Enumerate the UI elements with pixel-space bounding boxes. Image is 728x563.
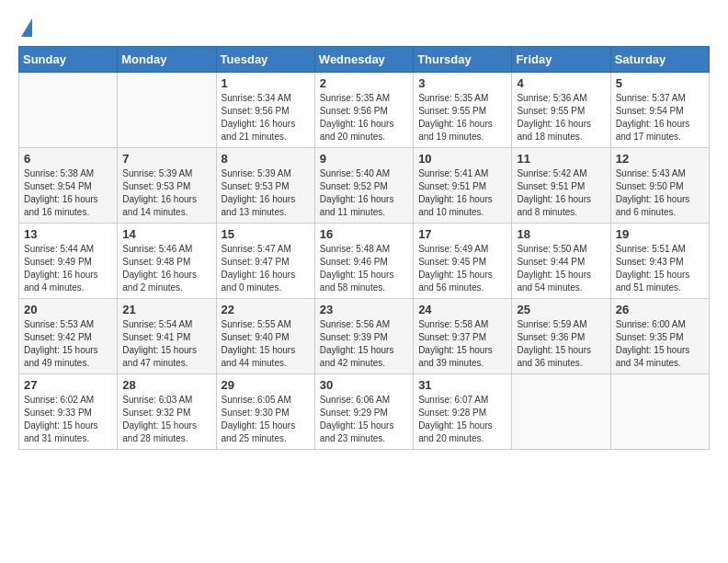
day-info: Sunrise: 5:51 AMSunset: 9:43 PMDaylight:… — [616, 243, 704, 294]
calendar-day-cell: 19Sunrise: 5:51 AMSunset: 9:43 PMDayligh… — [610, 224, 709, 299]
calendar-day-cell: 22Sunrise: 5:55 AMSunset: 9:40 PMDayligh… — [216, 299, 314, 374]
calendar-day-cell: 18Sunrise: 5:50 AMSunset: 9:44 PMDayligh… — [512, 224, 610, 299]
day-info: Sunrise: 5:59 AMSunset: 9:36 PMDaylight:… — [517, 318, 605, 370]
calendar-day-cell: 24Sunrise: 5:58 AMSunset: 9:37 PMDayligh… — [414, 299, 512, 374]
day-number: 14 — [122, 227, 210, 241]
day-number: 3 — [418, 76, 506, 90]
calendar-day-cell: 6Sunrise: 5:38 AMSunset: 9:54 PMDaylight… — [19, 148, 118, 224]
day-info: Sunrise: 5:39 AMSunset: 9:53 PMDaylight:… — [122, 167, 210, 219]
calendar-day-cell: 3Sunrise: 5:35 AMSunset: 9:55 PMDaylight… — [414, 73, 512, 148]
day-info: Sunrise: 5:37 AMSunset: 9:54 PMDaylight:… — [616, 92, 704, 144]
calendar-day-cell — [118, 73, 216, 148]
logo-triangle-icon — [21, 18, 32, 37]
day-info: Sunrise: 6:07 AMSunset: 9:28 PMDaylight:… — [418, 394, 506, 445]
day-number: 21 — [122, 303, 210, 316]
day-number: 19 — [616, 227, 704, 241]
day-info: Sunrise: 5:41 AMSunset: 9:51 PMDaylight:… — [418, 167, 506, 219]
day-number: 25 — [517, 303, 605, 316]
calendar-week-row: 13Sunrise: 5:44 AMSunset: 9:49 PMDayligh… — [19, 224, 710, 299]
calendar-day-cell: 2Sunrise: 5:35 AMSunset: 9:56 PMDaylight… — [314, 73, 413, 148]
day-number: 28 — [122, 378, 210, 392]
calendar-day-cell — [19, 73, 118, 148]
calendar-day-cell: 11Sunrise: 5:42 AMSunset: 9:51 PMDayligh… — [512, 148, 610, 224]
calendar-day-cell: 9Sunrise: 5:40 AMSunset: 9:52 PMDaylight… — [314, 148, 413, 224]
weekday-header-monday: Monday — [118, 47, 216, 73]
day-info: Sunrise: 5:47 AMSunset: 9:47 PMDaylight:… — [222, 243, 310, 294]
day-info: Sunrise: 5:44 AMSunset: 9:49 PMDaylight:… — [24, 243, 112, 294]
day-number: 7 — [122, 152, 210, 166]
calendar-day-cell: 28Sunrise: 6:03 AMSunset: 9:32 PMDayligh… — [118, 374, 216, 450]
day-number: 6 — [24, 152, 112, 166]
day-number: 13 — [24, 227, 112, 241]
day-info: Sunrise: 5:53 AMSunset: 9:42 PMDaylight:… — [24, 318, 112, 370]
calendar-day-cell: 21Sunrise: 5:54 AMSunset: 9:41 PMDayligh… — [118, 299, 216, 374]
calendar-week-row: 27Sunrise: 6:02 AMSunset: 9:33 PMDayligh… — [19, 374, 710, 450]
weekday-header-friday: Friday — [512, 47, 610, 73]
day-number: 8 — [222, 152, 310, 166]
calendar-day-cell: 23Sunrise: 5:56 AMSunset: 9:39 PMDayligh… — [314, 299, 413, 374]
calendar-day-cell: 4Sunrise: 5:36 AMSunset: 9:55 PMDaylight… — [512, 73, 610, 148]
weekday-header-saturday: Saturday — [610, 47, 709, 73]
day-info: Sunrise: 6:03 AMSunset: 9:32 PMDaylight:… — [122, 394, 210, 445]
weekday-header-sunday: Sunday — [19, 47, 118, 73]
calendar-table: SundayMondayTuesdayWednesdayThursdayFrid… — [18, 46, 710, 450]
calendar-day-cell: 30Sunrise: 6:06 AMSunset: 9:29 PMDayligh… — [314, 374, 413, 450]
day-number: 10 — [418, 152, 506, 166]
day-info: Sunrise: 5:40 AMSunset: 9:52 PMDaylight:… — [320, 167, 408, 219]
day-number: 29 — [222, 378, 310, 392]
calendar-day-cell: 29Sunrise: 6:05 AMSunset: 9:30 PMDayligh… — [216, 374, 314, 450]
day-info: Sunrise: 6:05 AMSunset: 9:30 PMDaylight:… — [222, 394, 310, 445]
calendar-day-cell: 7Sunrise: 5:39 AMSunset: 9:53 PMDaylight… — [118, 148, 216, 224]
day-number: 2 — [320, 76, 408, 90]
day-info: Sunrise: 5:55 AMSunset: 9:40 PMDaylight:… — [222, 318, 310, 370]
day-number: 9 — [320, 152, 408, 166]
calendar-day-cell: 17Sunrise: 5:49 AMSunset: 9:45 PMDayligh… — [414, 224, 512, 299]
calendar-day-cell: 25Sunrise: 5:59 AMSunset: 9:36 PMDayligh… — [512, 299, 610, 374]
day-info: Sunrise: 5:42 AMSunset: 9:51 PMDaylight:… — [517, 167, 605, 219]
day-number: 23 — [320, 303, 408, 316]
day-number: 11 — [517, 152, 605, 166]
calendar-week-row: 1Sunrise: 5:34 AMSunset: 9:56 PMDaylight… — [19, 73, 710, 148]
day-number: 18 — [517, 227, 605, 241]
day-info: Sunrise: 5:58 AMSunset: 9:37 PMDaylight:… — [418, 318, 506, 370]
calendar-day-cell: 15Sunrise: 5:47 AMSunset: 9:47 PMDayligh… — [216, 224, 314, 299]
calendar-day-cell: 8Sunrise: 5:39 AMSunset: 9:53 PMDaylight… — [216, 148, 314, 224]
day-number: 4 — [517, 76, 605, 90]
day-info: Sunrise: 5:35 AMSunset: 9:55 PMDaylight:… — [418, 92, 506, 144]
calendar-day-cell: 26Sunrise: 6:00 AMSunset: 9:35 PMDayligh… — [610, 299, 709, 374]
weekday-header-row: SundayMondayTuesdayWednesdayThursdayFrid… — [19, 47, 710, 73]
day-info: Sunrise: 5:49 AMSunset: 9:45 PMDaylight:… — [418, 243, 506, 294]
weekday-header-tuesday: Tuesday — [216, 47, 314, 73]
day-number: 30 — [320, 378, 408, 392]
calendar-week-row: 6Sunrise: 5:38 AMSunset: 9:54 PMDaylight… — [19, 148, 710, 224]
day-number: 5 — [616, 76, 704, 90]
weekday-header-thursday: Thursday — [414, 47, 512, 73]
day-number: 1 — [222, 76, 310, 90]
calendar-day-cell: 12Sunrise: 5:43 AMSunset: 9:50 PMDayligh… — [610, 148, 709, 224]
calendar-day-cell: 10Sunrise: 5:41 AMSunset: 9:51 PMDayligh… — [414, 148, 512, 224]
day-number: 17 — [418, 227, 506, 241]
calendar-day-cell: 27Sunrise: 6:02 AMSunset: 9:33 PMDayligh… — [19, 374, 118, 450]
day-number: 20 — [24, 303, 112, 316]
day-info: Sunrise: 5:46 AMSunset: 9:48 PMDaylight:… — [122, 243, 210, 294]
day-number: 24 — [418, 303, 506, 316]
calendar-day-cell: 1Sunrise: 5:34 AMSunset: 9:56 PMDaylight… — [216, 73, 314, 148]
day-info: Sunrise: 6:00 AMSunset: 9:35 PMDaylight:… — [616, 318, 704, 370]
day-number: 22 — [222, 303, 310, 316]
day-info: Sunrise: 5:48 AMSunset: 9:46 PMDaylight:… — [320, 243, 408, 294]
calendar-week-row: 20Sunrise: 5:53 AMSunset: 9:42 PMDayligh… — [19, 299, 710, 374]
day-info: Sunrise: 6:02 AMSunset: 9:33 PMDaylight:… — [24, 394, 112, 445]
calendar-day-cell — [610, 374, 709, 450]
calendar-day-cell: 14Sunrise: 5:46 AMSunset: 9:48 PMDayligh… — [118, 224, 216, 299]
day-number: 16 — [320, 227, 408, 241]
calendar-day-cell: 5Sunrise: 5:37 AMSunset: 9:54 PMDaylight… — [610, 73, 709, 148]
calendar-day-cell: 13Sunrise: 5:44 AMSunset: 9:49 PMDayligh… — [19, 224, 118, 299]
day-number: 27 — [24, 378, 112, 392]
logo — [18, 18, 32, 37]
day-info: Sunrise: 5:54 AMSunset: 9:41 PMDaylight:… — [122, 318, 210, 370]
day-info: Sunrise: 5:38 AMSunset: 9:54 PMDaylight:… — [24, 167, 112, 219]
day-number: 31 — [418, 378, 506, 392]
day-info: Sunrise: 5:50 AMSunset: 9:44 PMDaylight:… — [517, 243, 605, 294]
day-info: Sunrise: 5:56 AMSunset: 9:39 PMDaylight:… — [320, 318, 408, 370]
day-info: Sunrise: 5:34 AMSunset: 9:56 PMDaylight:… — [222, 92, 310, 144]
